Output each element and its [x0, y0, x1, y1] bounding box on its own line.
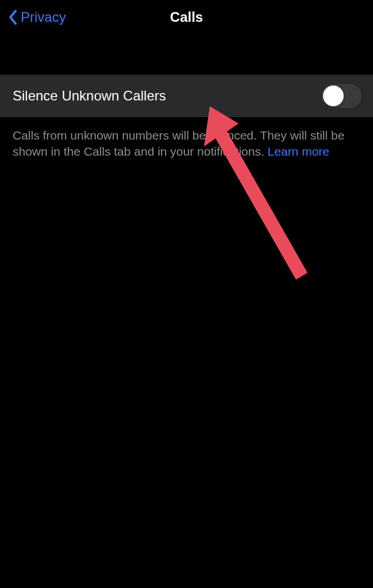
toggle-knob [323, 86, 344, 106]
header: Privacy Calls [0, 0, 373, 34]
page-title: Calls [170, 9, 203, 25]
silence-unknown-callers-label: Silence Unknown Callers [13, 88, 166, 104]
silence-unknown-callers-row: Silence Unknown Callers [0, 75, 373, 117]
learn-more-link[interactable]: Learn more [268, 145, 329, 158]
back-label: Privacy [21, 9, 66, 25]
back-button[interactable]: Privacy [6, 5, 68, 30]
chevron-left-icon [8, 9, 17, 25]
description-text: Calls from unknown numbers will be silen… [0, 117, 373, 171]
content: Silence Unknown Callers Calls from unkno… [0, 75, 373, 171]
silence-unknown-callers-toggle[interactable] [321, 84, 362, 108]
